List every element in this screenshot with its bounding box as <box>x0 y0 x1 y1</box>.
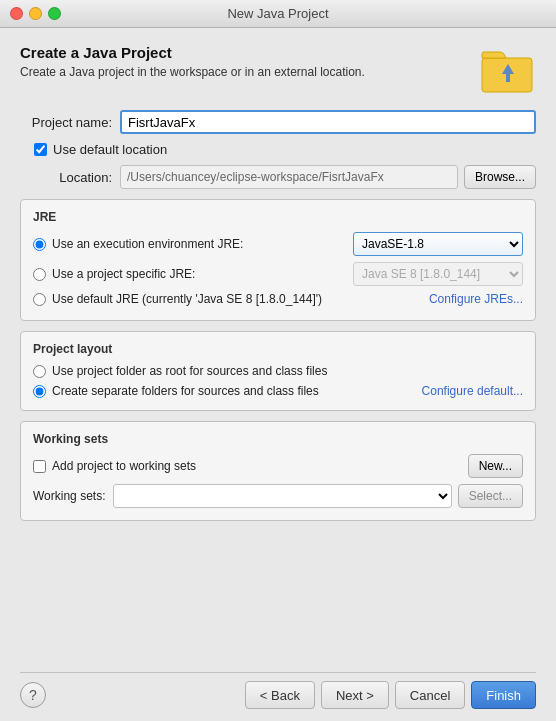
location-input[interactable] <box>120 165 458 189</box>
header-row: Create a Java Project Create a Java proj… <box>20 44 536 96</box>
jre-radio1[interactable] <box>33 238 46 251</box>
project-layout-title: Project layout <box>33 342 523 356</box>
working-sets-dropdown[interactable] <box>113 484 451 508</box>
jre-radio1-label: Use an execution environment JRE: <box>52 237 243 251</box>
jre-radio3[interactable] <box>33 293 46 306</box>
maximize-button[interactable] <box>48 7 61 20</box>
jre-environment-dropdown[interactable]: JavaSE-1.8 <box>353 232 523 256</box>
minimize-button[interactable] <box>29 7 42 20</box>
jre-radio2[interactable] <box>33 268 46 281</box>
project-name-input[interactable] <box>120 110 536 134</box>
working-sets-title: Working sets <box>33 432 523 446</box>
add-working-sets-checkbox[interactable] <box>33 460 46 473</box>
header-text: Create a Java Project Create a Java proj… <box>20 44 365 79</box>
select-working-set-button[interactable]: Select... <box>458 484 523 508</box>
add-working-sets-label: Add project to working sets <box>52 459 468 473</box>
page-subtitle: Create a Java project in the workspace o… <box>20 65 365 79</box>
layout-radio1[interactable] <box>33 365 46 378</box>
jre-radio2-label: Use a project specific JRE: <box>52 267 195 281</box>
location-row: Location: Browse... <box>20 165 536 189</box>
default-location-row: Use default location <box>20 142 536 157</box>
page-title: Create a Java Project <box>20 44 365 61</box>
browse-button[interactable]: Browse... <box>464 165 536 189</box>
window-controls <box>10 7 61 20</box>
titlebar: New Java Project <box>0 0 556 28</box>
default-location-checkbox[interactable] <box>34 143 47 156</box>
jre-specific-dropdown[interactable]: Java SE 8 [1.8.0_144] <box>353 262 523 286</box>
configure-jres-link[interactable]: Configure JREs... <box>429 292 523 306</box>
button-bar: ? < Back Next > Cancel Finish <box>20 672 536 709</box>
help-button[interactable]: ? <box>20 682 46 708</box>
jre-radio2-row: Use a project specific JRE: Java SE 8 [1… <box>33 262 523 286</box>
working-sets-section: Working sets Add project to working sets… <box>20 421 536 521</box>
cancel-button[interactable]: Cancel <box>395 681 465 709</box>
finish-button[interactable]: Finish <box>471 681 536 709</box>
jre-radio3-label: Use default JRE (currently 'Java SE 8 [1… <box>52 292 429 306</box>
project-name-row: Project name: <box>20 110 536 134</box>
jre-section: JRE Use an execution environment JRE: Ja… <box>20 199 536 321</box>
layout-radio1-label: Use project folder as root for sources a… <box>52 364 523 378</box>
location-label: Location: <box>20 170 120 185</box>
next-button[interactable]: Next > <box>321 681 389 709</box>
window-title: New Java Project <box>227 6 328 21</box>
back-button[interactable]: < Back <box>245 681 315 709</box>
project-layout-section: Project layout Use project folder as roo… <box>20 331 536 411</box>
navigation-buttons: < Back Next > Cancel Finish <box>245 681 536 709</box>
configure-default-link[interactable]: Configure default... <box>422 384 523 398</box>
layout-radio2-label: Create separate folders for sources and … <box>52 384 422 398</box>
project-name-label: Project name: <box>20 115 120 130</box>
form-section: Project name: Use default location Locat… <box>20 110 536 672</box>
folder-icon <box>480 44 536 96</box>
layout-radio2[interactable] <box>33 385 46 398</box>
new-working-set-button[interactable]: New... <box>468 454 523 478</box>
working-sets-label: Working sets: <box>33 489 105 503</box>
jre-radio1-row: Use an execution environment JRE: JavaSE… <box>33 232 523 256</box>
jre-section-title: JRE <box>33 210 523 224</box>
default-location-label: Use default location <box>53 142 167 157</box>
close-button[interactable] <box>10 7 23 20</box>
working-sets-input-row: Working sets: Select... <box>33 484 523 508</box>
main-content: Create a Java Project Create a Java proj… <box>0 28 556 721</box>
